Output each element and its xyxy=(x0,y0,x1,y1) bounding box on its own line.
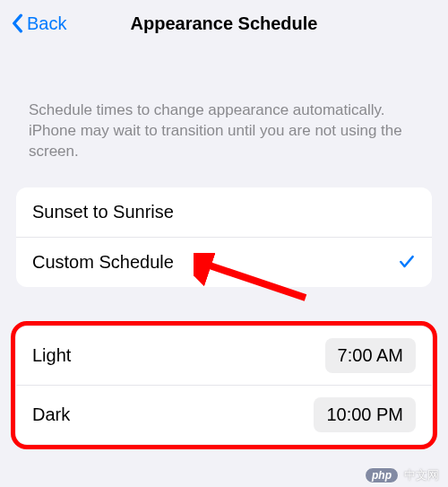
schedule-options-group: Sunset to Sunrise Custom Schedule xyxy=(16,187,432,287)
back-button[interactable]: Back xyxy=(0,13,66,34)
dark-label: Dark xyxy=(32,404,70,425)
page-title: Appearance Schedule xyxy=(131,13,318,34)
dark-time-row[interactable]: Dark 10:00 PM xyxy=(16,385,432,444)
section-description: Schedule times to change appearance auto… xyxy=(0,47,448,178)
option-custom-schedule[interactable]: Custom Schedule xyxy=(16,237,432,287)
back-label: Back xyxy=(27,13,66,34)
watermark-badge: php xyxy=(365,467,399,483)
light-time-row[interactable]: Light 7:00 AM xyxy=(16,326,432,385)
light-time-value[interactable]: 7:00 AM xyxy=(325,338,416,373)
dark-time-value[interactable]: 10:00 PM xyxy=(314,397,416,432)
option-sunset-to-sunrise[interactable]: Sunset to Sunrise xyxy=(16,187,432,237)
navigation-bar: Back Appearance Schedule xyxy=(0,0,448,47)
custom-times-group: Light 7:00 AM Dark 10:00 PM xyxy=(16,326,432,444)
watermark: php 中文网 xyxy=(365,467,439,483)
light-label: Light xyxy=(32,345,71,366)
watermark-text: 中文网 xyxy=(404,467,439,483)
option-label: Sunset to Sunrise xyxy=(32,202,174,222)
checkmark-icon xyxy=(398,253,416,271)
chevron-left-icon xyxy=(11,13,23,33)
option-label: Custom Schedule xyxy=(32,252,174,273)
